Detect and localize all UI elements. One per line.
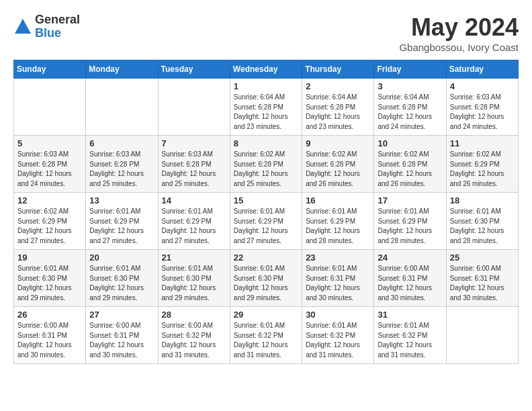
day-info: Sunrise: 6:02 AM Sunset: 6:28 PM Dayligh… (378, 150, 442, 189)
day-number: 8 (234, 138, 298, 148)
calendar-cell: 10Sunrise: 6:02 AM Sunset: 6:28 PM Dayli… (374, 136, 446, 193)
calendar-week-row: 26Sunrise: 6:00 AM Sunset: 6:31 PM Dayli… (14, 307, 519, 364)
month-year-title: May 2024 (399, 13, 519, 42)
day-number: 27 (89, 310, 154, 320)
calendar-cell: 1Sunrise: 6:04 AM Sunset: 6:28 PM Daylig… (230, 79, 302, 136)
calendar-cell: 8Sunrise: 6:02 AM Sunset: 6:28 PM Daylig… (230, 136, 302, 193)
calendar-cell: 4Sunrise: 6:03 AM Sunset: 6:28 PM Daylig… (446, 79, 518, 136)
day-info: Sunrise: 6:00 AM Sunset: 6:31 PM Dayligh… (17, 321, 82, 360)
day-info: Sunrise: 6:03 AM Sunset: 6:28 PM Dayligh… (450, 93, 515, 132)
calendar-cell (14, 79, 86, 136)
day-info: Sunrise: 6:01 AM Sunset: 6:32 PM Dayligh… (378, 321, 442, 360)
calendar-week-row: 19Sunrise: 6:01 AM Sunset: 6:30 PM Dayli… (14, 250, 519, 307)
day-number: 1 (234, 81, 298, 91)
day-info: Sunrise: 6:01 AM Sunset: 6:29 PM Dayligh… (162, 207, 226, 246)
calendar-cell: 14Sunrise: 6:01 AM Sunset: 6:29 PM Dayli… (158, 193, 230, 250)
calendar-cell: 11Sunrise: 6:02 AM Sunset: 6:29 PM Dayli… (446, 136, 518, 193)
day-number: 14 (162, 195, 226, 205)
day-of-week-header: Sunday (14, 60, 86, 79)
day-info: Sunrise: 6:02 AM Sunset: 6:28 PM Dayligh… (306, 150, 370, 189)
day-of-week-header: Monday (86, 60, 158, 79)
calendar-cell: 17Sunrise: 6:01 AM Sunset: 6:29 PM Dayli… (374, 193, 446, 250)
day-info: Sunrise: 6:01 AM Sunset: 6:32 PM Dayligh… (234, 321, 298, 360)
calendar-cell: 15Sunrise: 6:01 AM Sunset: 6:29 PM Dayli… (230, 193, 302, 250)
day-of-week-header: Saturday (446, 60, 518, 79)
calendar-cell: 12Sunrise: 6:02 AM Sunset: 6:29 PM Dayli… (14, 193, 86, 250)
calendar-cell: 20Sunrise: 6:01 AM Sunset: 6:30 PM Dayli… (86, 250, 158, 307)
calendar-cell: 19Sunrise: 6:01 AM Sunset: 6:30 PM Dayli… (14, 250, 86, 307)
calendar-cell: 30Sunrise: 6:01 AM Sunset: 6:32 PM Dayli… (302, 307, 374, 364)
calendar-cell: 16Sunrise: 6:01 AM Sunset: 6:29 PM Dayli… (302, 193, 374, 250)
page-header: General Blue May 2024 Gbangbossou, Ivory… (13, 13, 519, 53)
logo-general: General (35, 13, 80, 27)
calendar-week-row: 12Sunrise: 6:02 AM Sunset: 6:29 PM Dayli… (14, 193, 519, 250)
calendar-cell: 27Sunrise: 6:00 AM Sunset: 6:31 PM Dayli… (86, 307, 158, 364)
day-number: 30 (306, 310, 370, 320)
svg-marker-0 (15, 19, 31, 34)
day-info: Sunrise: 6:00 AM Sunset: 6:31 PM Dayligh… (450, 264, 515, 303)
day-number: 12 (17, 195, 82, 205)
calendar-cell: 3Sunrise: 6:04 AM Sunset: 6:28 PM Daylig… (374, 79, 446, 136)
day-of-week-header: Friday (374, 60, 446, 79)
day-number: 16 (306, 195, 370, 205)
day-number: 18 (450, 195, 515, 205)
calendar-cell: 2Sunrise: 6:04 AM Sunset: 6:28 PM Daylig… (302, 79, 374, 136)
calendar-cell: 21Sunrise: 6:01 AM Sunset: 6:30 PM Dayli… (158, 250, 230, 307)
day-number: 7 (162, 138, 226, 148)
day-number: 3 (378, 81, 442, 91)
calendar-week-row: 1Sunrise: 6:04 AM Sunset: 6:28 PM Daylig… (14, 79, 519, 136)
calendar-cell: 7Sunrise: 6:03 AM Sunset: 6:28 PM Daylig… (158, 136, 230, 193)
calendar-cell (86, 79, 158, 136)
day-number: 15 (234, 195, 298, 205)
title-block: May 2024 Gbangbossou, Ivory Coast (399, 13, 519, 53)
day-number: 22 (234, 253, 298, 263)
day-info: Sunrise: 6:01 AM Sunset: 6:29 PM Dayligh… (89, 207, 154, 246)
day-info: Sunrise: 6:03 AM Sunset: 6:28 PM Dayligh… (17, 150, 82, 189)
day-info: Sunrise: 6:01 AM Sunset: 6:30 PM Dayligh… (234, 264, 298, 303)
day-info: Sunrise: 6:01 AM Sunset: 6:29 PM Dayligh… (306, 207, 370, 246)
day-info: Sunrise: 6:00 AM Sunset: 6:31 PM Dayligh… (89, 321, 154, 360)
day-info: Sunrise: 6:03 AM Sunset: 6:28 PM Dayligh… (162, 150, 226, 189)
day-number: 25 (450, 253, 515, 263)
day-of-week-header: Thursday (302, 60, 374, 79)
day-number: 20 (89, 253, 154, 263)
day-info: Sunrise: 6:04 AM Sunset: 6:28 PM Dayligh… (306, 93, 370, 132)
day-number: 23 (306, 253, 370, 263)
calendar-cell: 13Sunrise: 6:01 AM Sunset: 6:29 PM Dayli… (86, 193, 158, 250)
days-of-week-row: SundayMondayTuesdayWednesdayThursdayFrid… (14, 60, 519, 79)
day-number: 13 (89, 195, 154, 205)
calendar-cell: 22Sunrise: 6:01 AM Sunset: 6:30 PM Dayli… (230, 250, 302, 307)
calendar-cell: 28Sunrise: 6:00 AM Sunset: 6:32 PM Dayli… (158, 307, 230, 364)
day-number: 21 (162, 253, 226, 263)
location-subtitle: Gbangbossou, Ivory Coast (399, 42, 519, 53)
day-number: 17 (378, 195, 442, 205)
day-info: Sunrise: 6:01 AM Sunset: 6:30 PM Dayligh… (450, 207, 515, 246)
day-info: Sunrise: 6:01 AM Sunset: 6:31 PM Dayligh… (306, 264, 370, 303)
day-number: 29 (234, 310, 298, 320)
calendar-body: 1Sunrise: 6:04 AM Sunset: 6:28 PM Daylig… (14, 79, 519, 364)
day-number: 6 (89, 138, 154, 148)
day-info: Sunrise: 6:01 AM Sunset: 6:29 PM Dayligh… (378, 207, 442, 246)
day-number: 2 (306, 81, 370, 91)
calendar-cell: 9Sunrise: 6:02 AM Sunset: 6:28 PM Daylig… (302, 136, 374, 193)
calendar-cell (446, 307, 518, 364)
day-info: Sunrise: 6:01 AM Sunset: 6:30 PM Dayligh… (162, 264, 226, 303)
calendar-cell: 24Sunrise: 6:00 AM Sunset: 6:31 PM Dayli… (374, 250, 446, 307)
calendar-cell: 26Sunrise: 6:00 AM Sunset: 6:31 PM Dayli… (14, 307, 86, 364)
calendar-cell (158, 79, 230, 136)
day-number: 28 (162, 310, 226, 320)
day-info: Sunrise: 6:04 AM Sunset: 6:28 PM Dayligh… (378, 93, 442, 132)
day-info: Sunrise: 6:03 AM Sunset: 6:28 PM Dayligh… (89, 150, 154, 189)
day-info: Sunrise: 6:00 AM Sunset: 6:32 PM Dayligh… (162, 321, 226, 360)
day-number: 24 (378, 253, 442, 263)
calendar-header: SundayMondayTuesdayWednesdayThursdayFrid… (14, 60, 519, 79)
calendar-table: SundayMondayTuesdayWednesdayThursdayFrid… (13, 60, 519, 364)
day-number: 11 (450, 138, 515, 148)
day-number: 31 (378, 310, 442, 320)
day-info: Sunrise: 6:04 AM Sunset: 6:28 PM Dayligh… (234, 93, 298, 132)
calendar-cell: 29Sunrise: 6:01 AM Sunset: 6:32 PM Dayli… (230, 307, 302, 364)
day-number: 19 (17, 253, 82, 263)
day-number: 4 (450, 81, 515, 91)
day-info: Sunrise: 6:01 AM Sunset: 6:29 PM Dayligh… (234, 207, 298, 246)
logo-blue: Blue (35, 27, 80, 40)
